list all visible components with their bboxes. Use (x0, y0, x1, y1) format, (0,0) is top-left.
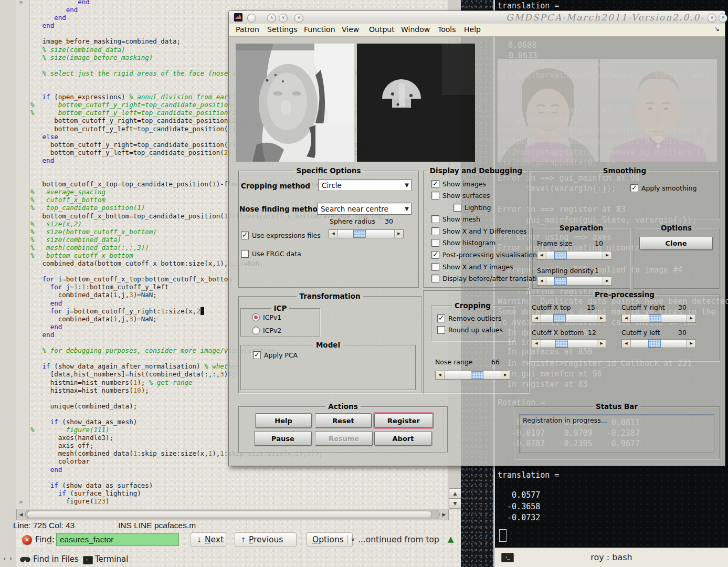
menu-patron[interactable]: Patron (236, 25, 259, 34)
tab-find-in-files[interactable]: Find in Files (33, 554, 79, 564)
find-next-button[interactable]: ↓Next (191, 532, 226, 547)
register-button[interactable]: Register (374, 413, 433, 428)
slider-track[interactable] (631, 314, 687, 322)
prev-tab-icon[interactable]: ‹ (3, 554, 6, 562)
sampling-density-slider[interactable]: ◀▶ (537, 277, 612, 286)
checked-checkbox-icon[interactable]: ✓ (253, 351, 261, 359)
window-titlebar[interactable]: ∧ ∨ ∨ GMDSPCA-March2011-Version2.0.0- ∨ … (229, 11, 725, 24)
scroll-left-icon[interactable]: ◀ (17, 510, 25, 519)
checkbox-show-x-and-y-images[interactable]: Show X and Y images (431, 263, 545, 270)
slider-thumb[interactable] (353, 230, 366, 238)
slider-right-icon[interactable]: ▶ (597, 340, 606, 348)
checked-checkbox-icon[interactable]: ✓ (437, 314, 445, 322)
menu-help[interactable]: Help (464, 25, 481, 34)
checkbox-post-processing-visualisation[interactable]: ✓Post-processing visualisation (431, 251, 545, 259)
resume-button[interactable]: Resume (315, 431, 373, 446)
slider-thumb[interactable] (555, 340, 568, 348)
slider-track[interactable] (631, 340, 687, 348)
unchecked-checkbox-icon[interactable] (431, 192, 439, 200)
unchecked-checkbox-icon[interactable] (431, 263, 439, 271)
menu-settings[interactable]: Settings (267, 25, 297, 34)
close-icon[interactable]: ✕ (719, 14, 727, 23)
pause-button[interactable]: Pause (254, 431, 312, 446)
restore-icon[interactable]: ∨ (708, 14, 716, 23)
menu-view[interactable]: View (342, 25, 359, 34)
nose-range-slider[interactable]: ◀▶ (435, 371, 510, 380)
minimize-icon[interactable]: ∨ (294, 14, 303, 23)
slider-left-icon[interactable]: ◀ (537, 251, 546, 259)
slider-right-icon[interactable]: ▶ (501, 371, 510, 379)
cutoff-x-top-slider[interactable]: ◀▶ (532, 314, 606, 323)
abort-button[interactable]: Abort (374, 431, 432, 446)
menu-tools[interactable]: Tools (438, 25, 456, 34)
checkbox-show-surfaces[interactable]: Show surfaces (431, 192, 545, 200)
checkbox-show-mesh[interactable]: Show mesh (431, 216, 545, 223)
slider-left-icon[interactable]: ◀ (532, 314, 541, 322)
slider-left-icon[interactable]: ◀ (436, 371, 445, 379)
slider-right-icon[interactable]: ▶ (687, 340, 695, 348)
checkbox-apply-smoothing[interactable]: ✓Apply smoothing (630, 184, 697, 192)
menu-function[interactable]: Function (304, 25, 335, 34)
horizontal-scrollbar-thumb[interactable] (27, 511, 432, 518)
slider-right-icon[interactable]: ▶ (603, 277, 611, 285)
shade-down-icon[interactable]: ∨ (279, 14, 288, 23)
slider-right-icon[interactable]: ▶ (394, 230, 403, 238)
unchecked-checkbox-icon[interactable] (241, 250, 249, 258)
slider-thumb[interactable] (554, 277, 567, 285)
next-tab-icon[interactable]: › (9, 554, 12, 562)
slider-thumb[interactable] (471, 371, 483, 379)
checkbox-show-histogram[interactable]: Show histogram (431, 239, 545, 247)
unchecked-checkbox-icon[interactable] (431, 227, 439, 235)
scroll-up-icon[interactable]: ▲ (449, 488, 461, 499)
frame-size-slider[interactable]: ◀▶ (537, 251, 612, 260)
checked-checkbox-icon[interactable]: ✓ (431, 180, 439, 188)
slider-thumb[interactable] (554, 251, 567, 259)
cutoff-x-bottom-slider[interactable]: ◀▶ (532, 339, 606, 348)
checkbox-show-x-and-y-differences[interactable]: Show X and Y Differences (431, 227, 545, 235)
slider-track[interactable] (546, 251, 603, 259)
selected-radio-icon[interactable] (252, 313, 260, 321)
radio-icon[interactable] (252, 327, 260, 334)
horizontal-scrollbar[interactable]: ◀ ▶ (16, 509, 449, 520)
radio-icpv2[interactable]: ICPv2 (252, 327, 281, 334)
unchecked-checkbox-icon[interactable] (431, 239, 439, 247)
slider-right-icon[interactable]: ▶ (687, 314, 695, 322)
tab-terminal[interactable]: Terminal (95, 554, 128, 564)
slider-right-icon[interactable]: ▶ (603, 251, 611, 259)
slider-thumb[interactable] (553, 314, 566, 322)
menu-overflow-icon[interactable]: ↘ (714, 25, 720, 33)
checked-checkbox-icon[interactable]: ✓ (241, 232, 249, 239)
slider-track[interactable] (541, 340, 597, 348)
cutoff-y-left-slider[interactable]: ◀▶ (621, 339, 696, 348)
checkbox-use-expressions-files[interactable]: ✓Use expressions files (241, 232, 321, 239)
help-button[interactable]: Help (255, 413, 312, 428)
menu-window[interactable]: Window (401, 25, 430, 34)
slider-left-icon[interactable]: ◀ (537, 277, 546, 285)
slider-left-icon[interactable]: ◀ (622, 340, 631, 348)
cropping-method-dropdown[interactable]: Circle▼ (318, 179, 412, 191)
slider-track[interactable] (541, 314, 597, 322)
slider-track[interactable] (445, 371, 501, 379)
checkbox-remove-outliers[interactable]: ✓Remove outliers (437, 314, 503, 322)
menu-output[interactable]: Output (369, 25, 395, 34)
slider-thumb[interactable] (649, 314, 661, 322)
checkbox-show-images[interactable]: ✓Show images (431, 180, 545, 187)
clone-button[interactable]: Clone (639, 237, 713, 250)
checkbox-display-before-after-translation[interactable]: Display before/after translation (431, 275, 545, 282)
horizontal-scroll-track[interactable] (25, 510, 440, 519)
slider-left-icon[interactable]: ◀ (622, 314, 631, 322)
find-options-button[interactable]: Options∨ (307, 532, 353, 547)
slider-left-icon[interactable]: ◀ (329, 230, 338, 238)
unchecked-checkbox-icon[interactable] (437, 326, 445, 334)
cutoff-y-right-slider[interactable]: ◀▶ (621, 314, 696, 323)
scroll-down-icon[interactable]: ▼ (449, 498, 461, 509)
window-menu-icon[interactable] (247, 14, 256, 23)
close-find-icon[interactable]: ✕ (22, 535, 32, 545)
checked-checkbox-icon[interactable]: ✓ (630, 184, 638, 192)
reset-button[interactable]: Reset (315, 413, 372, 428)
slider-thumb[interactable] (648, 340, 661, 348)
scroll-right-icon[interactable]: ▶ (440, 510, 448, 519)
find-input[interactable] (56, 533, 179, 546)
sphere-radius-slider[interactable]: ◀▶ (329, 229, 404, 238)
checkbox-use-frgc-data[interactable]: Use FRGC data (241, 250, 301, 258)
